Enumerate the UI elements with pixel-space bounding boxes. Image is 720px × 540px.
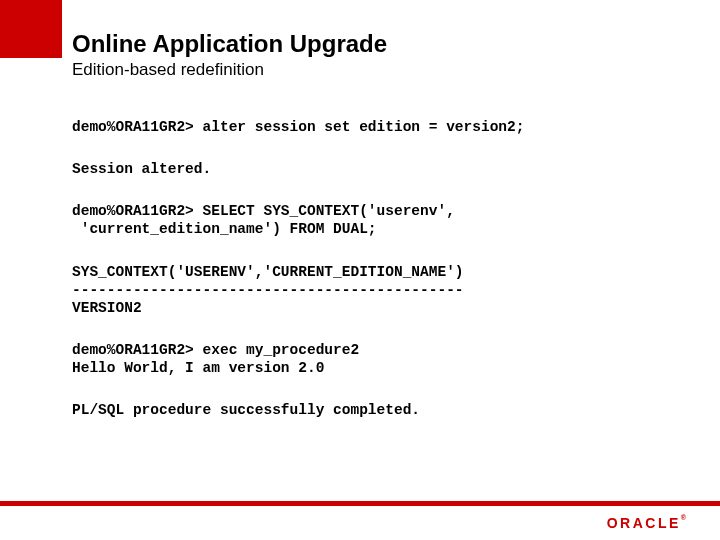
code-line: demo%ORA11GR2> alter session set edition… bbox=[72, 118, 670, 136]
code-body: demo%ORA11GR2> alter session set edition… bbox=[72, 118, 670, 443]
code-line: Session altered. bbox=[72, 160, 670, 178]
code-line: demo%ORA11GR2> exec my_procedure2 Hello … bbox=[72, 341, 670, 377]
code-line: demo%ORA11GR2> SELECT SYS_CONTEXT('usere… bbox=[72, 202, 670, 238]
code-line: SYS_CONTEXT('USERENV','CURRENT_EDITION_N… bbox=[72, 263, 670, 317]
oracle-logo-text: ORACLE® bbox=[607, 515, 686, 531]
page-title: Online Application Upgrade bbox=[72, 30, 690, 58]
oracle-logo: ORACLE® bbox=[607, 514, 686, 532]
corner-accent bbox=[0, 0, 62, 58]
registered-mark: ® bbox=[681, 514, 686, 521]
footer-divider bbox=[0, 501, 720, 506]
oracle-wordmark: ORACLE bbox=[607, 515, 681, 531]
header: Online Application Upgrade Edition-based… bbox=[72, 30, 690, 80]
page-subtitle: Edition-based redefinition bbox=[72, 60, 690, 80]
slide: Online Application Upgrade Edition-based… bbox=[0, 0, 720, 540]
code-line: PL/SQL procedure successfully completed. bbox=[72, 401, 670, 419]
